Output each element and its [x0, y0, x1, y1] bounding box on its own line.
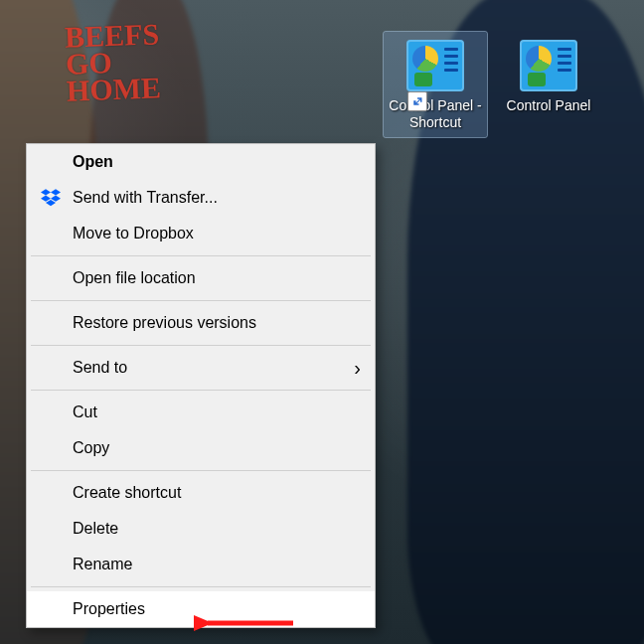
menu-separator	[31, 300, 371, 301]
menu-item-label: Create shortcut	[73, 484, 181, 502]
control-panel-icon	[520, 40, 577, 91]
chevron-right-icon: ›	[354, 358, 361, 378]
menu-item-move-to-dropbox[interactable]: Move to Dropbox	[27, 216, 375, 251]
menu-item-label: Move to Dropbox	[73, 225, 194, 242]
context-menu: Open Send with Transfer... Move to Dropb…	[26, 143, 376, 628]
menu-separator	[31, 390, 371, 391]
menu-item-label: Send to	[73, 359, 127, 377]
menu-item-send-to[interactable]: Send to ›	[27, 350, 375, 386]
menu-item-open[interactable]: Open	[27, 144, 375, 180]
menu-item-delete[interactable]: Delete	[27, 511, 375, 547]
desktop-icon-label: Control Panel	[499, 97, 598, 114]
menu-item-rename[interactable]: Rename	[27, 547, 375, 582]
menu-item-label: Copy	[73, 439, 109, 457]
svg-marker-1	[51, 189, 61, 195]
dropbox-icon	[41, 188, 61, 208]
control-panel-icon	[406, 40, 464, 91]
menu-item-create-shortcut[interactable]: Create shortcut	[27, 475, 375, 511]
menu-separator	[31, 255, 371, 256]
menu-item-send-with-transfer[interactable]: Send with Transfer...	[27, 180, 375, 216]
menu-item-label: Restore previous versions	[73, 314, 256, 332]
menu-item-cut[interactable]: Cut	[27, 395, 375, 430]
menu-separator	[31, 345, 371, 346]
menu-item-label: Open	[73, 153, 113, 171]
menu-item-label: Open file location	[73, 269, 196, 287]
svg-marker-0	[41, 189, 51, 195]
menu-item-label: Properties	[73, 600, 145, 618]
menu-item-label: Cut	[73, 403, 97, 421]
desktop-icon-control-panel[interactable]: Control Panel	[497, 32, 600, 120]
menu-item-open-file-location[interactable]: Open file location	[27, 260, 375, 296]
menu-item-restore-previous-versions[interactable]: Restore previous versions	[27, 305, 375, 341]
menu-separator	[31, 470, 371, 471]
desktop-icon-control-panel-shortcut[interactable]: Control Panel - Shortcut	[384, 32, 487, 137]
menu-item-label: Send with Transfer...	[73, 189, 218, 207]
desktop[interactable]: BEEFS GO HOME Control Panel - Shortcut C…	[0, 0, 644, 644]
menu-item-label: Rename	[73, 556, 132, 573]
desktop-icon-label: Control Panel - Shortcut	[386, 97, 485, 131]
menu-item-label: Delete	[73, 520, 118, 538]
shortcut-overlay-icon	[407, 91, 427, 111]
menu-item-copy[interactable]: Copy	[27, 430, 375, 466]
menu-item-properties[interactable]: Properties	[27, 591, 375, 627]
menu-separator	[31, 586, 371, 587]
